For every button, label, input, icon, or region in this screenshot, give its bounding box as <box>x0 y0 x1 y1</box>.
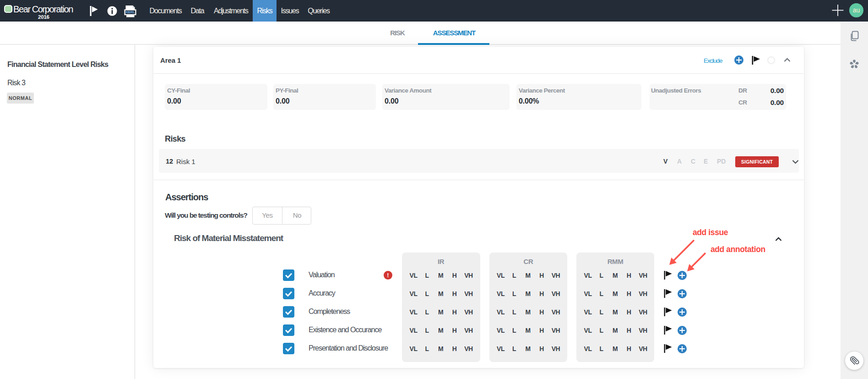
svg-text:XBRL: XBRL <box>125 10 135 14</box>
